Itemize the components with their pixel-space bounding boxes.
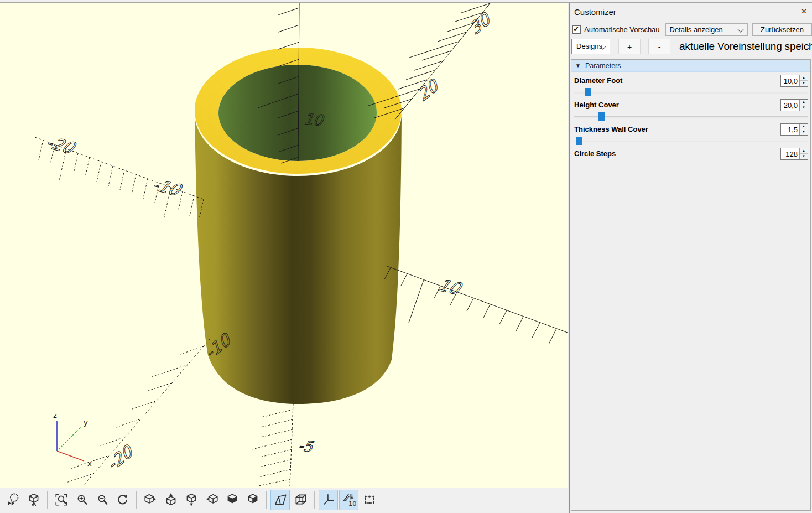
parameter-row: Thickness Wall Cover 1,5 ▲ ▼ <box>571 121 810 145</box>
dashed-rect-icon <box>362 493 377 507</box>
parameter-row: Height Cover 20,0 ▲ ▼ <box>571 96 810 121</box>
parameters-group-header[interactable]: ▼ Parameters <box>571 60 810 72</box>
viewport-canvas[interactable]: 10 -5 10 -20 -10 30 20 -10 -20 z y x <box>0 3 568 488</box>
designs-dropdown[interactable]: Designs <box>571 39 610 54</box>
param-spinbox[interactable]: 20,0 ▲ ▼ <box>780 99 808 111</box>
toolbar-separator <box>47 491 48 509</box>
perspective-frustum-icon <box>273 493 288 507</box>
view-top-button[interactable] <box>161 490 180 510</box>
auto-preview-checkbox[interactable] <box>572 25 581 34</box>
preset-controls-row: Designs + - aktuelle Voreinstellung spei… <box>571 38 812 55</box>
customizer-panel: Customizer ✕ Automatische Vorschau Detai… <box>571 3 812 513</box>
chevron-down-icon <box>737 26 743 32</box>
collapse-triangle-icon: ▼ <box>575 63 581 69</box>
slider-handle[interactable] <box>598 112 605 121</box>
param-label: Circle Steps <box>574 149 616 158</box>
save-preset-button[interactable]: aktuelle Voreinstellung speichern <box>679 40 812 53</box>
spin-down-icon[interactable]: ▼ <box>800 129 808 135</box>
close-icon[interactable]: ✕ <box>801 7 807 15</box>
view-boundary-button[interactable] <box>360 490 379 510</box>
remove-preset-button[interactable]: - <box>648 39 670 54</box>
view-bottom-button[interactable] <box>181 490 201 510</box>
magnifier-minus-icon <box>95 493 110 507</box>
axes-icon <box>321 493 336 507</box>
slider-groove <box>574 116 808 118</box>
orthographic-button[interactable] <box>291 490 310 510</box>
cube-stand-icon <box>27 493 41 507</box>
orthographic-cube-icon <box>294 493 308 507</box>
reset-view-button[interactable] <box>24 490 43 510</box>
parameters-group-label: Parameters <box>585 62 621 70</box>
show-scale-markers-button[interactable]: 10 <box>339 490 358 510</box>
param-value: 128 <box>781 148 799 159</box>
param-label: Diameter Foot <box>574 76 622 85</box>
param-value: 1,5 <box>781 124 799 135</box>
ruler-10-icon: 10 <box>342 493 356 507</box>
view-toolbar: 10 <box>0 488 568 512</box>
show-axes-button[interactable] <box>319 490 338 510</box>
toolbar-separator <box>314 491 315 509</box>
add-preset-button[interactable]: + <box>618 39 641 54</box>
reset-button[interactable]: Zurücksetzen <box>752 23 812 36</box>
toolbar-separator <box>266 491 267 509</box>
slider-handle[interactable] <box>576 137 582 145</box>
cube-arrow-down-icon <box>184 493 199 507</box>
magnifier-plus-icon <box>75 493 89 507</box>
parameters-group: ▼ Parameters Diameter Foot 10,0 ▲ ▼ Heig… <box>571 59 811 511</box>
zoom-in-button[interactable] <box>72 490 91 510</box>
view-back-button[interactable] <box>222 490 242 510</box>
perspective-button[interactable] <box>270 490 290 510</box>
cube-arrow-left-icon <box>205 493 219 507</box>
cube-back-face-icon <box>225 493 240 507</box>
auto-preview-label: Automatische Vorschau <box>584 25 660 34</box>
view-right-button[interactable] <box>140 490 160 510</box>
param-spinbox[interactable]: 128 ▲ ▼ <box>780 148 808 160</box>
slider-handle[interactable] <box>585 88 591 96</box>
reset-rotation-button[interactable] <box>113 490 132 510</box>
slider-groove <box>574 92 808 94</box>
customizer-controls-row: Automatische Vorschau Details anzeigen Z… <box>572 23 812 37</box>
zoom-all-button[interactable] <box>51 490 71 510</box>
param-spinbox[interactable]: 10,0 ▲ ▼ <box>780 75 808 87</box>
rotate-arrow-icon <box>116 493 130 507</box>
param-label: Height Cover <box>574 101 619 109</box>
cube-arrow-right-icon <box>143 493 158 507</box>
parameter-list: Diameter Foot 10,0 ▲ ▼ Height Cover 20,0… <box>571 72 810 169</box>
view-front-button[interactable] <box>243 490 262 510</box>
spin-up-icon[interactable]: ▲ <box>800 124 808 130</box>
spin-up-icon[interactable]: ▲ <box>800 100 808 106</box>
spin-down-icon[interactable]: ▼ <box>800 105 808 111</box>
details-dropdown[interactable]: Details anzeigen <box>665 23 748 36</box>
spin-up-icon[interactable]: ▲ <box>800 148 808 154</box>
param-spinbox[interactable]: 1,5 ▲ ▼ <box>780 123 808 136</box>
param-value: 20,0 <box>781 100 799 111</box>
cube-arrow-up-icon <box>164 493 178 507</box>
3d-viewport[interactable]: 10 -5 10 -20 -10 30 20 -10 -20 z y x <box>0 3 568 488</box>
toolbar-separator <box>136 491 137 509</box>
view-left-button[interactable] <box>202 490 221 510</box>
gizmo-y-label: y <box>84 418 88 427</box>
svg-text:10: 10 <box>348 500 356 507</box>
param-label: Thickness Wall Cover <box>574 125 648 133</box>
gizmo-z-label: z <box>53 411 57 419</box>
dashed-sphere-arrows-icon <box>6 493 20 507</box>
spin-down-icon[interactable]: ▼ <box>800 154 808 159</box>
panel-title: Customizer <box>574 7 616 17</box>
parameter-row: Circle Steps 128 ▲ ▼ <box>571 145 810 169</box>
parameter-row: Diameter Foot 10,0 ▲ ▼ <box>571 72 810 96</box>
param-value: 10,0 <box>781 75 799 86</box>
spin-down-icon[interactable]: ▼ <box>800 81 808 86</box>
magnifier-brackets-icon <box>54 493 69 507</box>
cylinder-inner-surface <box>218 65 377 161</box>
spin-up-icon[interactable]: ▲ <box>800 75 808 81</box>
gizmo-x-label: x <box>87 459 92 468</box>
slider-groove <box>574 141 808 142</box>
cube-front-face-icon <box>246 493 260 507</box>
zoom-out-button[interactable] <box>92 490 112 510</box>
show-all-button[interactable] <box>3 490 23 510</box>
